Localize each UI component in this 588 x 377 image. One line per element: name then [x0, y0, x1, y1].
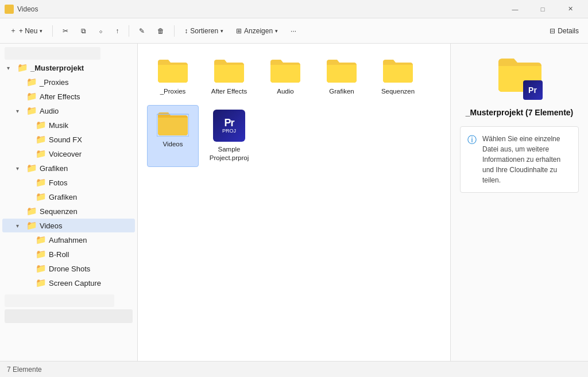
- sidebar-item-grafiken2[interactable]: 📁 Grafiken: [2, 190, 135, 204]
- folder-icon: 📁: [36, 263, 47, 274]
- sidebar-label-drone-shots: Drone Shots: [49, 265, 90, 273]
- sidebar-label-sequenzen: Sequenzen: [40, 207, 78, 216]
- sidebar-label-grafiken2: Grafiken: [49, 193, 77, 201]
- sidebar-item-screen-capture[interactable]: 📁 Screen Capture: [2, 276, 135, 290]
- pr-text: Pr: [224, 117, 234, 129]
- share-button[interactable]: ↑: [110, 24, 124, 38]
- paste-icon: ⬦: [99, 27, 103, 35]
- app-icon: [5, 5, 14, 14]
- chevron-down-icon: ▾: [7, 65, 15, 71]
- sidebar-item-grafiken[interactable]: ▾ 📁 Grafiken: [2, 161, 135, 175]
- sidebar-label-grafiken: Grafiken: [40, 164, 68, 173]
- sort-dropdown-icon: ▾: [220, 28, 223, 34]
- chevron-down-icon: ▾: [16, 223, 24, 229]
- delete-button[interactable]: 🗑: [152, 24, 169, 38]
- sidebar-item-aufnahmen[interactable]: 📁 Aufnahmen: [2, 233, 135, 247]
- toolbar-separator-2: [129, 25, 129, 37]
- new-button[interactable]: ＋ + Neu ▾: [5, 23, 48, 38]
- new-dropdown-icon: ▾: [40, 28, 42, 34]
- details-button[interactable]: ⊟ Details: [545, 25, 583, 37]
- info-icon: ⓘ: [467, 134, 477, 146]
- folder-icon: 📁: [36, 249, 47, 259]
- file-item-audio[interactable]: Audio: [260, 53, 311, 100]
- folder-icon: 📁: [17, 63, 28, 73]
- main-layout: ▾ 📁 _Musterprojekt 📁 _Proxies 📁 After Ef…: [0, 44, 588, 361]
- sidebar-item-musik[interactable]: 📁 Musik: [2, 118, 135, 132]
- folder-icon: 📁: [26, 91, 37, 102]
- close-button[interactable]: ✕: [557, 0, 583, 18]
- window-title: Videos: [17, 5, 502, 13]
- folder-icon: 📁: [36, 134, 47, 145]
- sidebar-item-after-effects[interactable]: 📁 After Effects: [2, 90, 135, 103]
- sidebar-item-sequenzen[interactable]: 📁 Sequenzen: [2, 204, 135, 218]
- pr-badge: Pr: [523, 80, 543, 100]
- sidebar: ▾ 📁 _Musterprojekt 📁 _Proxies 📁 After Ef…: [0, 44, 138, 361]
- sidebar-item-voiceover[interactable]: 📁 Voiceover: [2, 147, 135, 161]
- folder-icon: 📁: [26, 77, 37, 87]
- maximize-button[interactable]: □: [529, 0, 556, 18]
- file-item-sequenzen[interactable]: Sequenzen: [372, 53, 424, 100]
- details-title: _Musterprojekt (7 Elemente): [466, 108, 574, 117]
- toolbar-separator-3: [174, 25, 175, 37]
- folder-svg-grafiken: [326, 57, 358, 84]
- cut-icon: ✂: [63, 27, 68, 35]
- folder-icon: 📁: [36, 235, 47, 245]
- paste-button[interactable]: ⬦: [94, 24, 108, 38]
- sidebar-item-proxies[interactable]: 📁 _Proxies: [2, 75, 135, 89]
- plus-icon: ＋: [10, 26, 17, 36]
- sidebar-item-videos[interactable]: ▾ 📁 Videos: [2, 219, 135, 232]
- details-info-box: ⓘ Wählen Sie eine einzelne Datei aus, um…: [460, 126, 579, 193]
- toolbar: ＋ + Neu ▾ ✂ ⧉ ⬦ ↑ ✎ 🗑 ↕ Sortieren ▾ ⊞ An…: [0, 18, 588, 44]
- title-bar: Videos — □ ✕: [0, 0, 588, 18]
- sidebar-blur-bottom: [0, 294, 137, 323]
- chevron-down-icon: ▾: [16, 165, 24, 172]
- sidebar-item-drone-shots[interactable]: 📁 Drone Shots: [2, 262, 135, 275]
- sidebar-item-musterprojekt[interactable]: ▾ 📁 _Musterprojekt: [2, 61, 135, 75]
- file-item-grafiken[interactable]: Grafiken: [316, 53, 368, 100]
- file-area: _Proxies After Effects Audio: [138, 44, 450, 361]
- view-icon: ⊞: [236, 27, 242, 35]
- chevron-down-icon: ▾: [16, 108, 24, 114]
- file-item-videos[interactable]: Videos: [147, 105, 199, 167]
- details-pr-icon-container: Pr: [497, 55, 543, 101]
- status-bar: 7 Elemente: [0, 361, 588, 377]
- delete-icon: 🗑: [157, 27, 164, 35]
- sidebar-label-audio: Audio: [40, 107, 59, 115]
- sidebar-label-screen-capture: Screen Capture: [49, 279, 101, 287]
- folder-icon: 📁: [26, 163, 37, 173]
- sidebar-label-voiceover: Voiceover: [49, 150, 82, 158]
- folder-icon: 📁: [36, 278, 47, 288]
- sidebar-label-videos: Videos: [40, 221, 63, 230]
- sidebar-item-sound-fx[interactable]: 📁 Sound FX: [2, 133, 135, 146]
- file-label-proxies: _Proxies: [160, 87, 186, 96]
- toolbar-separator-1: [52, 25, 53, 37]
- folder-icon: 📁: [26, 220, 37, 231]
- sidebar-item-audio[interactable]: ▾ 📁 Audio: [2, 104, 135, 118]
- view-button[interactable]: ⊞ Anzeigen ▾: [231, 24, 283, 38]
- more-button[interactable]: ···: [285, 24, 301, 38]
- cut-button[interactable]: ✂: [57, 24, 74, 38]
- status-text: 7 Elemente: [7, 366, 42, 374]
- file-label-sample-project: Sample Project.prproj: [206, 145, 253, 162]
- rename-button[interactable]: ✎: [134, 24, 150, 38]
- share-icon: ↑: [115, 27, 119, 35]
- copy-button[interactable]: ⧉: [76, 24, 91, 38]
- details-panel: Pr _Musterprojekt (7 Elemente) ⓘ Wählen …: [450, 44, 588, 361]
- folder-icon: 📁: [36, 120, 47, 130]
- file-item-sample-project[interactable]: Pr PROJ Sample Project.prproj: [203, 105, 255, 167]
- minimize-button[interactable]: —: [502, 0, 528, 18]
- folder-icon: 📁: [26, 206, 37, 216]
- file-item-after-effects[interactable]: After Effects: [203, 53, 255, 100]
- sidebar-item-fotos[interactable]: 📁 Fotos: [2, 176, 135, 189]
- folder-icon: 📁: [36, 177, 47, 188]
- sidebar-label-sound-fx: Sound FX: [49, 135, 82, 144]
- view-dropdown-icon: ▾: [275, 28, 278, 34]
- file-item-proxies[interactable]: _Proxies: [147, 53, 199, 100]
- file-label-after-effects: After Effects: [211, 87, 247, 96]
- sort-button[interactable]: ↕ Sortieren ▾: [179, 24, 229, 38]
- details-icon: ⊟: [550, 27, 555, 35]
- folder-icon: 📁: [36, 192, 47, 202]
- sidebar-item-b-roll[interactable]: 📁 B-Roll: [2, 247, 135, 261]
- folder-icon: 📁: [26, 106, 37, 116]
- sidebar-blur-top: [5, 47, 100, 60]
